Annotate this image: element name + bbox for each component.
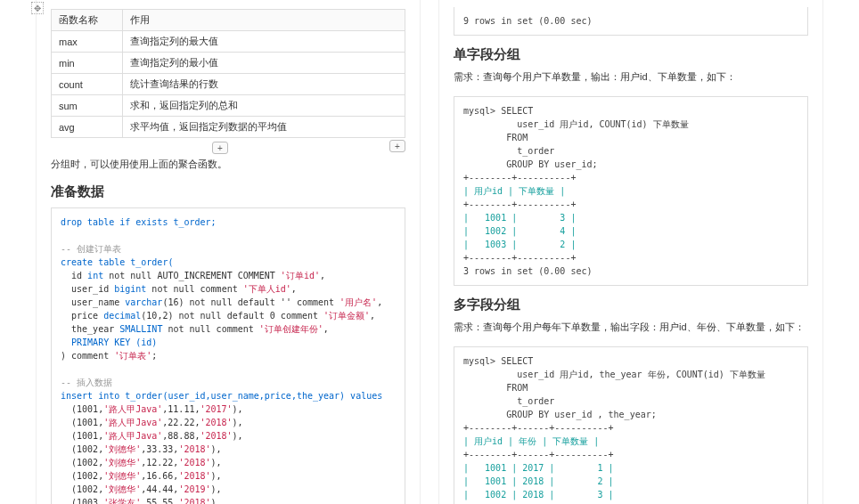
aggregate-functions-table: 函数名称 作用 max查询指定列的最大值 min查询指定列的最小值 count统… <box>51 9 405 138</box>
heading-prepare-data: 准备数据 <box>51 183 405 200</box>
table-row: max查询指定列的最大值 <box>52 31 405 53</box>
note-after-table: 分组时，可以使用使用上面的聚合函数。 <box>51 158 405 171</box>
col-header-desc: 作用 <box>123 10 405 31</box>
table-row: count统计查询结果的行数 <box>52 74 405 95</box>
sql-output-single-group: mysql> SELECT user_id 用户id, COUNT(id) 下单… <box>454 96 808 286</box>
heading-single-field-group: 单字段分组 <box>454 46 808 63</box>
page-right: 9 rows in set (0.00 sec) 单字段分组 需求：查询每个用户… <box>438 0 823 504</box>
table-row: min查询指定列的最小值 <box>52 53 405 74</box>
table-row: 函数名称 作用 <box>52 10 405 31</box>
col-header-name: 函数名称 <box>52 10 123 31</box>
desc-single: 需求：查询每个用户下单数量，输出：用户id、下单数量，如下： <box>454 70 808 84</box>
sql-output-tail: 9 rows in set (0.00 sec) <box>454 7 808 36</box>
code-prepare-data: drop table if exists t_order; -- 创建订单表 c… <box>51 207 405 504</box>
page-left: ✥ 函数名称 作用 max查询指定列的最大值 min查询指定列的最小值 coun… <box>36 0 421 504</box>
sql-output-multi-group: mysql> SELECT user_id 用户id, the_year 年份,… <box>454 346 808 504</box>
add-row-button[interactable]: + <box>212 142 228 154</box>
table-row: sum求和，返回指定列的总和 <box>52 95 405 117</box>
add-row-button-side[interactable]: + <box>389 140 405 152</box>
heading-multi-field-group: 多字段分组 <box>454 297 808 313</box>
desc-multi: 需求：查询每个用户每年下单数量，输出字段：用户id、年份、下单数量，如下： <box>454 321 808 334</box>
table-row: avg求平均值，返回指定列数据的平均值 <box>52 117 405 138</box>
drag-handle-icon[interactable]: ✥ <box>31 2 44 14</box>
